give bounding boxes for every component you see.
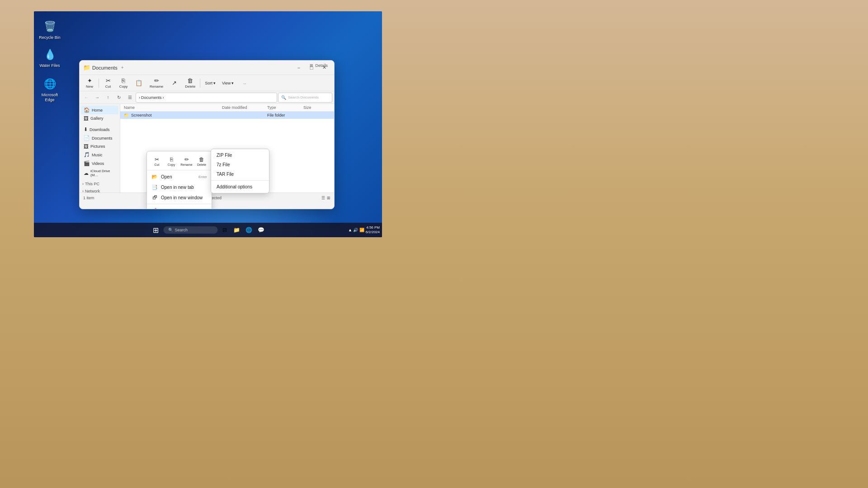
col-size: Size — [303, 105, 330, 110]
sidebar-item-home[interactable]: 🏠 Home — [81, 106, 118, 114]
systray-time[interactable]: 4:56 PM 6/2/2024 — [366, 225, 380, 235]
this-pc-label: This PC — [85, 182, 99, 186]
back-button[interactable]: ← — [81, 93, 91, 103]
breadcrumb-documents[interactable]: Documents — [141, 95, 162, 100]
share-button[interactable]: ↗ — [167, 78, 181, 88]
ctx-tab-label: Open in new tab — [161, 185, 194, 190]
ctx-delete-label: Delete — [197, 163, 206, 166]
search-placeholder: Search Documents — [288, 95, 319, 99]
ctx-open[interactable]: 📂 Open Enter — [147, 172, 212, 182]
submenu-additional[interactable]: Additional options — [211, 182, 269, 192]
desktop-icon-water-files[interactable]: 💧 Water Files — [36, 47, 63, 68]
sidebar-item-gallery[interactable]: 🖼 Gallery — [81, 114, 118, 122]
table-row[interactable]: 📁 Screenshot File folder — [120, 112, 334, 119]
context-toolbar: ✂ Cut ⎘ Copy ✏ Rename 🗑 Delete — [147, 153, 212, 170]
grid-view-icon[interactable]: ⊞ — [327, 196, 330, 200]
taskbar-teams[interactable]: 💬 — [256, 225, 267, 235]
gallery-icon: 🖼 — [84, 116, 89, 121]
taskbar-widgets[interactable]: ⊟ — [219, 225, 230, 235]
start-button[interactable]: ⊞ — [150, 224, 162, 236]
desktop-icon-recycle-bin[interactable]: 🗑️ Recycle Bin — [36, 19, 63, 40]
submenu-zip[interactable]: ZIP File — [211, 150, 269, 160]
rename-label: Rename — [150, 84, 163, 89]
view-button[interactable]: View ▾ — [219, 80, 236, 87]
sidebar-item-pictures[interactable]: 🖼 Pictures — [81, 142, 118, 150]
pictures-icon: 🖼 — [84, 144, 89, 149]
taskbar-search[interactable]: 🔍 Search — [164, 226, 218, 234]
ctx-cut-button[interactable]: ✂ Cut — [151, 155, 163, 168]
file-name-cell: 📁 Screenshot — [124, 113, 222, 117]
rename-icon: ✏ — [154, 77, 159, 84]
paste-icon: 📋 — [135, 80, 142, 86]
ctx-open-shortcut: Enter — [198, 175, 207, 179]
cut-button[interactable]: ✂ Cut — [101, 76, 115, 90]
new-label: New — [86, 84, 93, 89]
more-label: ... — [243, 81, 246, 85]
rename-button[interactable]: ✏ Rename — [147, 76, 166, 90]
windows-desktop: 🗑️ Recycle Bin 💧 Water Files 🌐 Microsoft… — [34, 11, 382, 237]
ctx-pin-quick[interactable]: 📌 Pin to Quick access — [147, 206, 212, 209]
separator-2 — [200, 79, 200, 88]
ctx-open-new-tab[interactable]: 📑 Open in new tab — [147, 182, 212, 192]
paste-button[interactable]: 📋 — [132, 78, 146, 88]
new-button[interactable]: ✦ New — [82, 76, 97, 90]
new-tab-plus[interactable]: + — [121, 65, 124, 70]
breadcrumb-arrow2: › — [163, 95, 164, 100]
refresh-button[interactable]: ↻ — [114, 93, 124, 103]
ctx-delete-button[interactable]: 🗑 Delete — [195, 155, 208, 168]
details-icon: ⊞ — [310, 63, 313, 68]
sort-label: Sort — [205, 81, 212, 85]
documents-label: Documents — [92, 136, 113, 141]
separator-1 — [99, 79, 99, 88]
sidebar-item-downloads[interactable]: ⬇ Downloads — [81, 125, 118, 134]
videos-icon: 🎬 — [84, 160, 90, 166]
taskbar-file-explorer[interactable]: 📁 — [231, 225, 242, 235]
folder-tree-button[interactable]: ☰ — [125, 93, 135, 103]
copy-button[interactable]: ⎘ Copy — [116, 76, 131, 90]
sidebar-section-network[interactable]: › Network — [80, 188, 120, 192]
ctx-window-label: Open in new window — [161, 195, 203, 200]
up-button[interactable]: ↑ — [103, 93, 113, 103]
window-title: Documents — [92, 65, 118, 70]
search-box[interactable]: 🔍 Search Documents — [278, 93, 332, 103]
ctx-window-icon: 🗗 — [151, 195, 158, 200]
file-folder-icon: 📁 — [124, 113, 129, 117]
sidebar-item-icloud[interactable]: ☁ iCloud Drive (M… — [81, 168, 118, 178]
expand-icon-pc: › — [82, 182, 84, 186]
sort-button[interactable]: Sort ▾ — [202, 80, 218, 87]
ctx-rename-button[interactable]: ✏ Rename — [179, 155, 193, 168]
submenu-7z[interactable]: 7z File — [211, 160, 269, 169]
list-view-icon[interactable]: ☰ — [321, 196, 325, 200]
taskbar-edge[interactable]: 🌐 — [244, 225, 255, 235]
details-label: Details — [315, 63, 328, 68]
context-menu: ✂ Cut ⎘ Copy ✏ Rename 🗑 Delete 📂 O — [146, 151, 212, 209]
search-icon: 🔍 — [281, 95, 286, 100]
date-display: 6/2/2024 — [366, 230, 380, 235]
sidebar-item-music[interactable]: 🎵 Music — [81, 150, 118, 159]
more-button[interactable]: ... — [237, 80, 252, 86]
new-icon: ✦ — [87, 77, 92, 84]
sidebar: 🏠 Home 🖼 Gallery ⬇ Downloads 📄 Documents — [80, 104, 120, 192]
ctx-copy-button[interactable]: ⎘ Copy — [165, 155, 178, 168]
delete-button[interactable]: 🗑 Delete — [182, 76, 198, 90]
compress-submenu: ZIP File 7z File TAR File Additional opt… — [211, 149, 269, 193]
sidebar-section-this-pc[interactable]: › This PC — [80, 180, 120, 188]
documents-icon: 📄 — [84, 135, 90, 141]
ctx-rename-icon: ✏ — [184, 156, 189, 163]
submenu-tar[interactable]: TAR File — [211, 169, 269, 179]
downloads-label: Downloads — [90, 127, 110, 132]
ctx-divider-1 — [147, 204, 212, 204]
ctx-open-new-window[interactable]: 🗗 Open in new window — [147, 192, 212, 202]
minimize-button[interactable]: − — [292, 61, 305, 74]
toolbar: ✦ New ✂ Cut ⎘ Copy 📋 ✏ Rename ↗ — [80, 75, 334, 91]
ctx-cut-icon: ✂ — [155, 156, 159, 163]
recycle-bin-label: Recycle Bin — [39, 35, 61, 40]
desktop-icon-edge[interactable]: 🌐 Microsoft Edge — [36, 77, 63, 103]
forward-button[interactable]: → — [92, 93, 102, 103]
sidebar-item-documents[interactable]: 📄 Documents — [81, 134, 118, 142]
breadcrumb[interactable]: › Documents › — [136, 93, 277, 103]
ctx-open-label: Open — [161, 174, 172, 179]
expand-icon-net: › — [82, 189, 84, 192]
sidebar-item-videos[interactable]: 🎬 Videos — [81, 159, 118, 168]
details-toggle[interactable]: ⊞ Details — [307, 62, 330, 69]
